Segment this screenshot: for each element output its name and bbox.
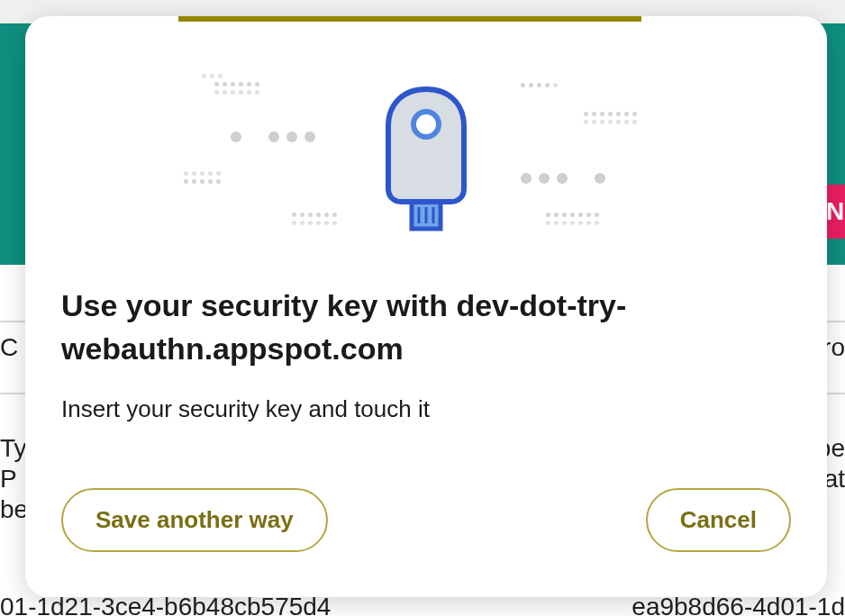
bg-text-fragment: at xyxy=(824,465,845,494)
dialog-subtitle: Insert your security key and touch it xyxy=(61,395,791,423)
save-another-way-button[interactable]: Save another way xyxy=(61,488,328,552)
svg-point-4 xyxy=(413,112,439,137)
decorative-dots xyxy=(231,131,315,142)
bg-text-fragment: be xyxy=(0,495,28,524)
security-key-icon xyxy=(383,86,469,243)
dialog-button-row: Save another way Cancel xyxy=(61,488,791,552)
decorative-dots xyxy=(521,173,605,184)
dialog-title: Use your security key with dev-dot-try-w… xyxy=(61,285,791,370)
decorative-dots xyxy=(292,213,337,229)
decorative-dots xyxy=(184,171,221,187)
cancel-button[interactable]: Cancel xyxy=(646,488,791,552)
viewport: N C ro Ty pe P at be 01-1d21-3ce4-b6b48c… xyxy=(0,0,845,616)
bg-pink-badge: N xyxy=(825,185,845,239)
illustration-area xyxy=(25,16,827,258)
decorative-dots xyxy=(546,213,599,229)
dialog-content: Use your security key with dev-dot-try-w… xyxy=(61,285,791,570)
security-key-dialog: Use your security key with dev-dot-try-w… xyxy=(25,16,827,597)
decorative-dots xyxy=(584,112,637,128)
bg-text-fragment: C xyxy=(0,333,18,362)
bg-text-fragment: P xyxy=(0,465,17,494)
bg-text-fragment: Ty xyxy=(0,434,27,463)
decorative-dots xyxy=(521,83,558,91)
decorative-dots xyxy=(202,74,259,98)
